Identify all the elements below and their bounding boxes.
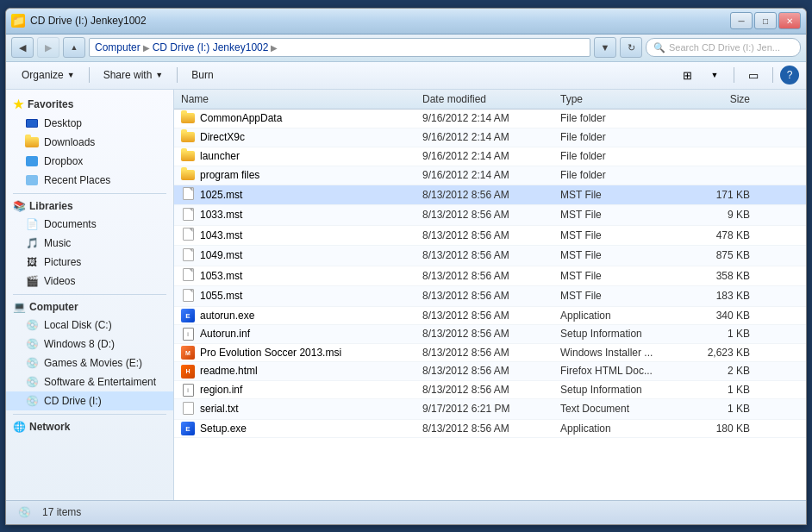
toolbar-right: ⊞ ▼ ▭ ? bbox=[675, 65, 799, 85]
sidebar-item-documents[interactable]: 📄 Documents bbox=[6, 215, 173, 234]
win8-d-label: Windows 8 (D:) bbox=[44, 338, 115, 350]
file-name-cell: 1033.mst bbox=[181, 207, 422, 223]
file-name-cell: launcher bbox=[181, 149, 422, 164]
computer-section: 💻 Computer 💿 Local Disk (C:) 💿 Windows 8… bbox=[6, 298, 173, 410]
table-row[interactable]: serial.txt 9/17/2012 6:21 PM Text Docume… bbox=[174, 399, 806, 420]
table-row[interactable]: 1049.mst 8/13/2012 8:56 AM MST File 875 … bbox=[174, 246, 806, 266]
sidebar-item-desktop[interactable]: Desktop bbox=[6, 114, 173, 133]
file-size-cell: 875 KB bbox=[681, 249, 750, 261]
file-type-icon bbox=[181, 288, 195, 304]
file-size-cell: 340 KB bbox=[681, 310, 750, 322]
computer-label: Computer bbox=[29, 301, 78, 313]
table-row[interactable]: 1053.mst 8/13/2012 8:56 AM MST File 358 … bbox=[174, 266, 806, 287]
software-label: Software & Entertaiment bbox=[44, 376, 156, 388]
col-date-header[interactable]: Date modified bbox=[422, 93, 560, 105]
table-row[interactable]: i Autorun.inf 8/13/2012 8:56 AM Setup In… bbox=[174, 325, 806, 344]
table-row[interactable]: 1043.mst 8/13/2012 8:56 AM MST File 478 … bbox=[174, 226, 806, 247]
dropdown-button[interactable]: ▼ bbox=[594, 37, 616, 58]
file-type-cell: File folder bbox=[560, 169, 681, 181]
network-label: Network bbox=[29, 421, 70, 433]
file-size-cell: 171 KB bbox=[681, 189, 750, 201]
table-row[interactable]: program files 9/16/2012 2:14 AM File fol… bbox=[174, 166, 806, 185]
file-date-cell: 8/13/2012 8:56 AM bbox=[422, 209, 560, 221]
sidebar-item-local-c[interactable]: 💿 Local Disk (C:) bbox=[6, 316, 173, 335]
sidebar-item-win8-d[interactable]: 💿 Windows 8 (D:) bbox=[6, 335, 173, 354]
software-icon: 💿 bbox=[25, 375, 39, 389]
col-type-header[interactable]: Type bbox=[560, 93, 681, 105]
file-date-cell: 9/16/2012 2:14 AM bbox=[422, 150, 560, 162]
preview-pane-button[interactable]: ▭ bbox=[741, 65, 765, 85]
table-row[interactable]: H readme.html 8/13/2012 8:56 AM Firefox … bbox=[174, 362, 806, 381]
back-button[interactable]: ◀ bbox=[11, 37, 34, 58]
table-row[interactable]: 1025.mst 8/13/2012 8:56 AM MST File 171 … bbox=[174, 185, 806, 206]
refresh-button[interactable]: ↻ bbox=[620, 37, 642, 58]
file-type-icon: i bbox=[181, 383, 195, 397]
sidebar-item-software[interactable]: 💿 Software & Entertaiment bbox=[6, 372, 173, 391]
table-row[interactable]: launcher 9/16/2012 2:14 AM File folder bbox=[174, 147, 806, 166]
file-name-cell: DirectX9c bbox=[181, 130, 422, 145]
breadcrumb[interactable]: Computer ▶ CD Drive (I:) Jenkey1002 ▶ bbox=[89, 38, 590, 57]
libraries-section: 📚 Libraries 📄 Documents 🎵 Music 🖼 Pictur… bbox=[6, 197, 173, 291]
network-header[interactable]: 🌐 Network bbox=[6, 418, 173, 435]
toolbar: Organize ▼ Share with ▼ Burn ⊞ ▼ ▭ ? bbox=[6, 62, 806, 90]
file-date-cell: 8/13/2012 8:56 AM bbox=[422, 328, 560, 340]
col-name-header[interactable]: Name bbox=[181, 93, 422, 105]
help-button[interactable]: ? bbox=[780, 66, 799, 84]
table-row[interactable]: 1055.mst 8/13/2012 8:56 AM MST File 183 … bbox=[174, 286, 806, 307]
libraries-header[interactable]: 📚 Libraries bbox=[6, 197, 173, 215]
organize-button[interactable]: Organize ▼ bbox=[13, 65, 84, 85]
file-name-text: 1055.mst bbox=[200, 290, 242, 302]
favorites-label: Favorites bbox=[28, 98, 73, 110]
burn-button[interactable]: Burn bbox=[183, 65, 222, 85]
window-icon: 📁 bbox=[11, 14, 25, 28]
file-size-cell: 2 KB bbox=[681, 365, 750, 377]
table-row[interactable]: E autorun.exe 8/13/2012 8:56 AM Applicat… bbox=[174, 307, 806, 326]
sidebar-item-recent[interactable]: Recent Places bbox=[6, 171, 173, 190]
sidebar-item-cd-i[interactable]: 💿 CD Drive (I:) bbox=[6, 391, 173, 410]
pictures-icon: 🖼 bbox=[25, 255, 39, 269]
file-name-text: Setup.exe bbox=[200, 422, 247, 435]
minimize-button[interactable]: ─ bbox=[730, 12, 753, 29]
views-dropdown-button[interactable]: ▼ bbox=[703, 65, 727, 85]
col-size-header[interactable]: Size bbox=[681, 93, 750, 105]
sidebar-item-downloads[interactable]: Downloads bbox=[6, 133, 173, 152]
views-button[interactable]: ⊞ bbox=[675, 65, 699, 85]
forward-button[interactable]: ▶ bbox=[37, 37, 59, 58]
search-bar[interactable]: 🔍 Search CD Drive (I:) Jen... bbox=[646, 38, 801, 57]
favorites-header[interactable]: ★ Favorites bbox=[6, 95, 173, 114]
music-icon: 🎵 bbox=[25, 236, 39, 250]
table-row[interactable]: 1033.mst 8/13/2012 8:56 AM MST File 9 KB bbox=[174, 205, 806, 226]
file-name-cell: i region.inf bbox=[181, 383, 422, 397]
pictures-label: Pictures bbox=[44, 256, 81, 268]
file-type-icon bbox=[181, 247, 195, 264]
table-row[interactable]: M Pro Evolution Soccer 2013.msi 8/13/201… bbox=[174, 344, 806, 363]
libraries-icon: 📚 bbox=[13, 200, 26, 212]
sidebar-item-pictures[interactable]: 🖼 Pictures bbox=[6, 253, 173, 272]
file-type-icon: E bbox=[181, 422, 195, 436]
file-name-cell: i Autorun.inf bbox=[181, 327, 422, 341]
sidebar-item-dropbox[interactable]: Dropbox bbox=[6, 152, 173, 171]
file-name-text: CommonAppData bbox=[200, 112, 282, 124]
main-layout: ★ Favorites Desktop Downloads bbox=[6, 90, 806, 500]
sidebar-item-music[interactable]: 🎵 Music bbox=[6, 234, 173, 253]
share-button[interactable]: Share with ▼ bbox=[95, 65, 172, 85]
file-type-cell: MST File bbox=[560, 209, 681, 221]
sidebar-item-games-e[interactable]: 💿 Games & Movies (E:) bbox=[6, 354, 173, 372]
table-row[interactable]: i region.inf 8/13/2012 8:56 AM Setup Inf… bbox=[174, 381, 806, 400]
maximize-button[interactable]: □ bbox=[754, 12, 777, 29]
computer-header[interactable]: 💻 Computer bbox=[6, 298, 173, 316]
file-date-cell: 9/16/2012 2:14 AM bbox=[422, 112, 560, 124]
file-type-cell: Application bbox=[560, 310, 681, 322]
file-name-text: autorun.exe bbox=[200, 310, 254, 322]
up-button[interactable]: ▲ bbox=[63, 37, 85, 58]
table-row[interactable]: DirectX9c 9/16/2012 2:14 AM File folder bbox=[174, 128, 806, 147]
table-row[interactable]: CommonAppData 9/16/2012 2:14 AM File fol… bbox=[174, 110, 806, 128]
games-e-label: Games & Movies (E:) bbox=[44, 357, 142, 369]
file-date-cell: 8/13/2012 8:56 AM bbox=[422, 310, 560, 322]
sidebar-item-videos[interactable]: 🎬 Videos bbox=[6, 272, 173, 291]
breadcrumb-drive[interactable]: CD Drive (I:) Jenkey1002 bbox=[153, 41, 269, 53]
table-row[interactable]: E Setup.exe 8/13/2012 8:56 AM Applicatio… bbox=[174, 420, 806, 439]
close-button[interactable]: ✕ bbox=[778, 12, 801, 29]
title-bar: 📁 CD Drive (I:) Jenkey1002 ─ □ ✕ bbox=[6, 9, 806, 34]
breadcrumb-computer[interactable]: Computer bbox=[95, 41, 141, 53]
